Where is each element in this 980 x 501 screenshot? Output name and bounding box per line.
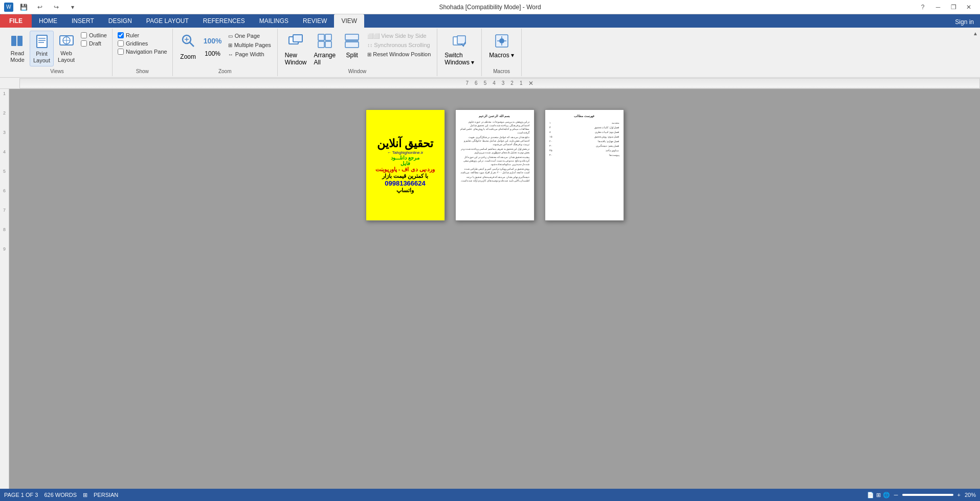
ruler-checkbox[interactable]: Ruler: [117, 32, 168, 39]
arrange-all-button[interactable]: ArrangeAll: [311, 31, 339, 66]
page2-para3: در بخش اول این تحقیق به تعریف مفاهیم اسا…: [460, 147, 530, 154]
outline-input[interactable]: [81, 32, 87, 38]
ribbon-expand[interactable]: ▲: [973, 29, 978, 76]
status-bar: PAGE 1 OF 3 626 WORDS ⊞ PERSIAN 📄 ⊞ 🌐 ─ …: [0, 489, 980, 501]
show-options: Ruler Gridlines Navigation Pane: [117, 31, 168, 55]
ruler-mark-4: 4: [493, 80, 496, 86]
switch-windows-button[interactable]: SwitchWindows ▾: [441, 31, 477, 66]
customize-quick-btn[interactable]: ▾: [65, 2, 80, 12]
page1-phone: 09981366624: [385, 179, 426, 187]
tab-home[interactable]: HOME: [32, 14, 64, 28]
draft-checkbox[interactable]: Draft: [80, 40, 108, 47]
svg-line-11: [190, 42, 194, 47]
title-bar-left: W 💾 ↩ ↪ ▾: [4, 2, 80, 12]
word-icon: W: [4, 3, 13, 12]
zoom-button[interactable]: Zoom: [177, 31, 199, 66]
svg-point-26: [499, 38, 504, 43]
multiple-pages-button[interactable]: ⊞ Multiple Pages: [226, 41, 273, 49]
ribbon-group-views: ReadMode PrintLayout WebLayout: [2, 29, 113, 76]
close-btn[interactable]: ✕: [962, 2, 976, 12]
navigation-pane-input[interactable]: [118, 49, 124, 55]
page1-line1: مرجع دانلـــود: [391, 155, 419, 161]
ruler-mark-6: 6: [475, 80, 478, 86]
svg-rect-20: [345, 34, 359, 40]
v-ruler-8: 8: [3, 227, 6, 232]
page-2[interactable]: بسم الله الرحمن الرحیم در این پژوهش به ب…: [455, 109, 534, 221]
v-ruler-1: 1: [3, 91, 6, 96]
zoom-100-button[interactable]: 100% 100%: [202, 31, 224, 66]
print-layout-button[interactable]: PrintLayout: [30, 31, 54, 66]
draft-input[interactable]: [81, 40, 87, 47]
language: PERSIAN: [94, 492, 118, 498]
v-ruler-2: 2: [3, 110, 6, 116]
save-quick-btn[interactable]: 💾: [16, 2, 31, 12]
page1-title: تحقیق آنلاین: [377, 137, 433, 150]
page-1[interactable]: تحقیق آنلاین Tahghighonline.ir ← مرجع دا…: [366, 109, 445, 221]
web-layout-label: WebLayout: [58, 50, 75, 63]
tab-review[interactable]: REVIEW: [296, 14, 334, 28]
web-view-icon[interactable]: 🌐: [883, 492, 890, 498]
zoom-icon: [180, 33, 196, 52]
read-mode-button[interactable]: ReadMode: [6, 31, 29, 66]
gridlines-input[interactable]: [118, 40, 124, 47]
help-btn[interactable]: ?: [916, 2, 930, 12]
web-layout-button[interactable]: WebLayout: [55, 31, 78, 66]
page3-toc-row8: پیوست‌ها۴۰: [549, 153, 619, 157]
page2-para6: نتیجه‌گیری نهایی نشان می‌دهد که فرضیه‌ها…: [460, 175, 530, 183]
web-layout-icon: [58, 33, 75, 49]
zoom-minus[interactable]: ─: [894, 492, 898, 498]
new-window-icon: [287, 33, 304, 51]
zoom-plus[interactable]: +: [957, 492, 961, 498]
outline-checkbox[interactable]: Outline: [80, 32, 108, 39]
window-content: NewWindow ArrangeAll: [282, 31, 433, 67]
reset-window-position-icon: ⊞: [367, 52, 371, 57]
ribbon-group-zoom: Zoom 100% 100% ▭ One Page ⊞ Multiple Pag…: [173, 29, 278, 76]
reset-window-position-button[interactable]: ⊞ Reset Window Position: [365, 50, 433, 58]
macros-button[interactable]: Macros ▾: [486, 31, 517, 66]
tab-references[interactable]: REFERENCES: [196, 14, 252, 28]
title-bar-right: ? ─ ❐ ✕: [916, 2, 976, 12]
views-group-label: Views: [6, 67, 108, 74]
status-bar-right: 📄 ⊞ 🌐 ─ + 20%: [867, 492, 976, 498]
tab-view[interactable]: VIEW: [334, 14, 364, 28]
sign-in-link[interactable]: Sign in: [949, 16, 980, 28]
show-content: Ruler Gridlines Navigation Pane: [117, 31, 168, 67]
page3-toc-row3: فصل دوم: ادبیات نظری۸: [549, 130, 619, 134]
tab-file[interactable]: FILE: [0, 14, 32, 28]
v-ruler-5: 5: [3, 169, 6, 174]
one-page-button[interactable]: ▭ One Page: [226, 32, 273, 40]
tab-insert[interactable]: INSERT: [64, 14, 101, 28]
document-canvas[interactable]: تحقیق آنلاین Tahghighonline.ir ← مرجع دا…: [9, 89, 980, 489]
tab-page-layout[interactable]: PAGE LAYOUT: [139, 14, 196, 28]
macros-icon: [494, 33, 510, 51]
restore-btn[interactable]: ❐: [946, 2, 961, 12]
zoom-slider[interactable]: [902, 494, 953, 496]
print-view-icon[interactable]: ⊞: [876, 492, 881, 498]
minimize-btn[interactable]: ─: [931, 2, 945, 12]
page3-toc-row7: منابع و مآخذ۳۵: [549, 149, 619, 152]
synchronous-scrolling-icon: ↕↕: [367, 42, 372, 48]
gridlines-checkbox[interactable]: Gridlines: [117, 40, 168, 47]
undo-quick-btn[interactable]: ↩: [33, 2, 47, 12]
ruler-input[interactable]: [118, 32, 124, 38]
zoom-100-icon: 100%: [205, 33, 221, 49]
ruler-mark-5: 5: [484, 80, 487, 86]
redo-quick-btn[interactable]: ↪: [49, 2, 63, 12]
ruler-mark-close[interactable]: ✕: [528, 80, 533, 87]
ribbon-group-window: NewWindow ArrangeAll: [278, 29, 438, 76]
new-window-button[interactable]: NewWindow: [282, 31, 310, 66]
navigation-pane-checkbox[interactable]: Navigation Pane: [117, 48, 168, 55]
read-mode-label: ReadMode: [10, 50, 25, 63]
ribbon-group-show: Ruler Gridlines Navigation Pane Show: [113, 29, 173, 76]
split-button[interactable]: Split: [340, 31, 364, 66]
tab-mailings[interactable]: MAILINGS: [252, 14, 296, 28]
zoom-content: Zoom 100% 100% ▭ One Page ⊞ Multiple Pag…: [177, 31, 273, 67]
tab-design[interactable]: DESIGN: [101, 14, 139, 28]
view-side-by-side-icon: ⬜⬜: [367, 33, 380, 39]
switch-windows-label: SwitchWindows ▾: [444, 52, 474, 66]
page-3[interactable]: فهرست مطالب مقدمه۱ فصل اول: کلیات تحقیق۳…: [545, 109, 624, 221]
read-view-icon[interactable]: 📄: [867, 492, 874, 498]
page-width-button[interactable]: ↔ Page Width: [226, 50, 273, 58]
v-ruler-6: 6: [3, 188, 6, 193]
macros-label: Macros ▾: [489, 52, 514, 59]
